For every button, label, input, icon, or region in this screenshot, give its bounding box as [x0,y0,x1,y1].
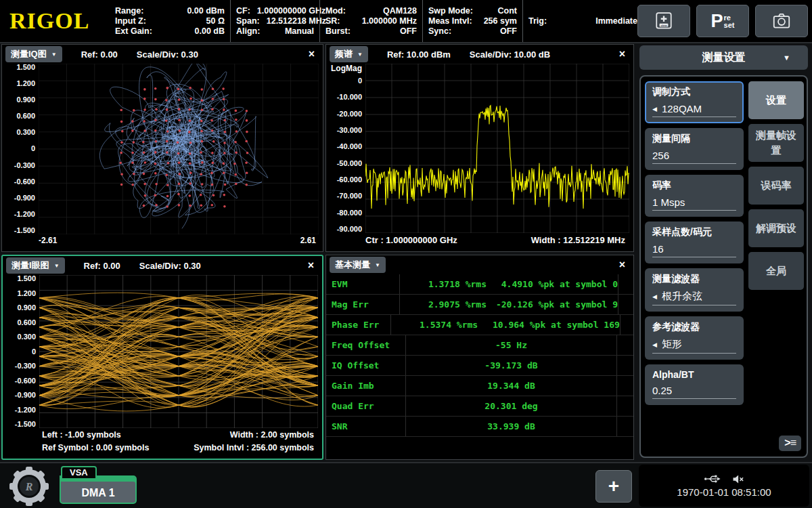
axis-tick: 0.300 [16,129,35,136]
param-alpha-bt[interactable]: Alpha/BT0.25 [645,364,744,405]
usb-icon [704,474,721,484]
eye-trace-type-dropdown[interactable]: 测量I眼图 ▼ [6,257,65,274]
sidebar-tab[interactable]: 全局 [748,252,804,290]
param-setting[interactable]: 测量间隔256 [645,128,744,170]
measurement-row: Freq Offset-55 Hz [326,335,633,356]
axis-tick: 0 [358,77,362,85]
param-setting[interactable]: 码率1 Msps [645,175,744,217]
param-label: 参考滤波器 [652,321,736,333]
header-info-row: CF:1.000000000 GHz [236,6,314,16]
spectrum-y-ticks: 0-10.000-20.000-30.000-40.000-50.000-60.… [326,77,362,233]
measurement-values: 2.9075 %rms-20.126 %pk at symbol 9 [400,295,618,314]
header-field-label: Trig: [528,16,547,26]
spectrum-plot[interactable] [365,64,629,233]
chevron-left-icon: ◀ [652,293,657,300]
vsa-app-screen: RIGOL Range:0.00 dBmInput Z:50 ΩExt Gain… [0,0,812,508]
speaker-mute-icon [732,474,744,484]
close-icon[interactable]: × [309,49,315,60]
header-field-value: 50 Ω [206,16,225,26]
measurement-values: -39.173 dB [406,356,616,375]
sidebar-tab[interactable]: 测量帧设置 [748,124,804,162]
spectrum-width: Width : 12.512219 MHz [531,235,625,245]
iq-trace-type-dropdown[interactable]: 测量IQ图 ▼ [5,46,62,62]
eye-diagram-plot[interactable] [39,275,318,428]
header-info-group: Mod:QAM128SR:1.000000 MHzBurst:OFF [319,0,422,42]
axis-tick: -1.200 [15,406,36,414]
status-icons [704,474,744,484]
basic-meas-table: EVM1.3718 %rms 4.4910 %pk at symbol 0Mag… [326,274,633,437]
sidebar-tab[interactable]: 误码率 [748,167,804,205]
measurement-rms-value: 1.3718 %rms [400,279,487,289]
axis-tick: -70.000 [337,192,362,200]
header-info-row: Range:0.00 dBm [115,6,225,16]
header-info-row: SR:1.000000 MHz [325,16,417,26]
add-mode-button[interactable]: + [595,470,632,503]
axis-tick: -40.000 [337,143,362,150]
sidebar-tab[interactable]: 解调预设 [748,209,804,247]
axis-tick: -1.200 [14,211,35,218]
measurement-row: Quad Err20.301 deg [326,396,633,417]
measurement-row-end [618,274,633,294]
header-info-row: Sync:OFF [428,26,517,37]
measurement-name: Gain Imb [326,376,406,396]
measurement-row-end [616,417,633,436]
measurement-name: EVM [326,274,400,294]
iq-panel-header: 测量IQ图 ▼ Ref: 0.00 Scale/Div: 0.30 × [2,45,323,64]
preset-button[interactable]: P re set [696,5,749,37]
close-icon[interactable]: × [308,260,314,271]
param-setting[interactable]: 参考滤波器◀矩形 [645,316,744,360]
menu-expand-icon[interactable]: >≡ [779,436,801,451]
sidebar-params: 调制方式◀128QAM测量间隔256码率1 Msps采样点数/码元16测量滤波器… [644,79,745,454]
param-setting[interactable]: 测量滤波器◀根升余弦 [645,268,744,312]
vsa-mode-tab[interactable]: VSA DMA 1 [60,466,137,504]
basic-meas-dropdown[interactable]: 基本测量 ▼ [330,257,386,273]
header-field-value: OFF [500,26,517,37]
axis-tick: 1.500 [17,275,36,282]
param-value: 0.25 [652,385,736,399]
header-field-value: 1.000000000 GHz [257,6,325,16]
header-buttons: view P re set [637,5,808,37]
axis-tick: -30.000 [337,127,362,134]
param-value-text: 256 [652,150,669,161]
measurement-values: -55 Hz [406,335,616,355]
spectrum-trace-type-dropdown[interactable]: 频谱 ▼ [330,46,368,62]
add-view-window-button[interactable]: view [637,5,690,37]
header-field-label: Meas Intvl: [428,16,472,26]
header-info-groups: Range:0.00 dBmInput Z:50 ΩExt Gain:0.00 … [110,0,643,42]
param-setting[interactable]: 调制方式◀128QAM [645,81,744,123]
header-field-value: Cont [498,6,517,16]
svg-text:R: R [25,481,33,492]
dma-tab-body[interactable]: DMA 1 [60,475,137,504]
param-value: ◀根升余弦 [652,290,736,305]
measurement-row: EVM1.3718 %rms 4.4910 %pk at symbol 0 [326,274,633,295]
axis-tick: 0.900 [17,304,36,312]
param-value-text: 128QAM [662,103,702,114]
axis-tick: 1.500 [16,64,35,71]
axis-tick: -10.000 [337,93,362,101]
screenshot-button[interactable] [755,5,808,37]
eye-left-value: Left : -1.00 symbols [42,429,121,441]
sidebar-title-dropdown[interactable]: 测量设置 ▼ [639,45,808,70]
param-setting[interactable]: 采样点数/码元16 [645,221,744,263]
header-field-label: CF: [236,6,250,16]
axis-tick: 0.600 [17,319,36,326]
close-icon[interactable]: × [619,49,625,60]
sidebar-tabs: 设置测量帧设置误码率解调预设全局 [745,79,804,454]
measurement-row-end [616,335,633,355]
chevron-down-icon: ▼ [783,54,790,62]
axis-tick: 0.900 [16,96,35,104]
vsa-group-label: VSA [61,466,97,480]
system-gear-button[interactable]: R [9,466,49,507]
axis-tick: -0.300 [15,362,36,370]
measurement-row: Gain Imb19.344 dB [326,376,633,396]
header-field-value: QAM128 [383,6,417,16]
iq-constellation-plot[interactable] [39,64,319,234]
close-icon[interactable]: × [619,259,625,270]
header-info-row: Meas Intvl:256 sym [428,16,517,26]
sidebar-tab[interactable]: 设置 [748,81,804,119]
axis-tick: -0.900 [15,391,36,399]
param-value: 16 [652,243,736,257]
axis-tick: 1.200 [16,80,35,87]
param-value-text: 16 [652,243,664,255]
iq-y-ticks: 1.5001.2000.9000.6000.3000-0.300-0.600-0… [2,64,39,234]
